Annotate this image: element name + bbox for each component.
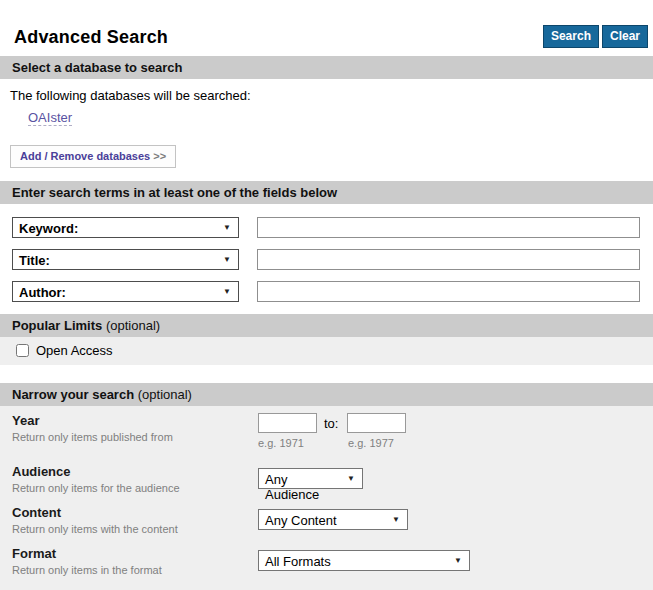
dropdown-caret-icon: ▼ — [223, 255, 231, 264]
database-section-body: The following databases will be searched… — [0, 79, 653, 181]
keyword-search-input[interactable] — [257, 217, 640, 238]
audience-row: Audience Return only items for the audie… — [12, 464, 641, 494]
year-controls: to: e.g. 1971 e.g. 1977 — [258, 413, 406, 449]
dropdown-caret-icon: ▼ — [392, 515, 400, 524]
audience-label-block: Audience Return only items for the audie… — [12, 464, 258, 494]
format-label-block: Format Return only items in the format — [12, 546, 258, 576]
dropdown-caret-icon: ▼ — [223, 223, 231, 232]
header-buttons: Search Clear — [543, 25, 648, 48]
popular-limits-optional-label: (optional) — [106, 318, 160, 333]
year-to-hint: e.g. 1977 — [348, 437, 394, 449]
author-search-input[interactable] — [257, 281, 640, 302]
search-button[interactable]: Search — [543, 25, 599, 48]
database-section-header: Select a database to search — [0, 56, 653, 79]
year-from-input[interactable] — [258, 413, 317, 433]
audience-selected-value: Any Audience — [265, 472, 319, 502]
audience-caption: Return only items for the audience — [12, 482, 258, 494]
term-row-author: Author: ▼ — [12, 281, 641, 302]
content-select[interactable]: Any Content ▼ — [258, 509, 408, 530]
terms-section-body: Keyword: ▼ Title: ▼ Author: ▼ — [0, 204, 653, 314]
content-selected-value: Any Content — [265, 513, 337, 528]
content-row: Content Return only items with the conte… — [12, 505, 641, 535]
keyword-field-select[interactable]: Keyword: ▼ — [12, 217, 239, 238]
database-link-oaister[interactable]: OAIster — [28, 110, 72, 126]
narrow-search-title: Narrow your search — [12, 387, 134, 402]
term-row-title: Title: ▼ — [12, 249, 641, 270]
content-label-block: Content Return only items with the conte… — [12, 505, 258, 535]
field-select-label: Author: — [19, 285, 66, 300]
clear-button[interactable]: Clear — [602, 25, 648, 48]
dropdown-caret-icon: ▼ — [454, 556, 462, 565]
terms-section-header: Enter search terms in at least one of th… — [0, 181, 653, 204]
author-field-select[interactable]: Author: ▼ — [12, 281, 239, 302]
dropdown-caret-icon: ▼ — [223, 287, 231, 296]
year-hints: e.g. 1971 e.g. 1977 — [258, 437, 406, 449]
year-label: Year — [12, 413, 258, 428]
content-caption: Return only items with the content — [12, 523, 258, 535]
year-row: Year Return only items published from to… — [12, 413, 641, 449]
content-label: Content — [12, 505, 258, 520]
year-caption: Return only items published from — [12, 431, 258, 443]
year-label-block: Year Return only items published from — [12, 413, 258, 449]
popular-limits-header: Popular Limits (optional) — [0, 314, 653, 337]
term-row-keyword: Keyword: ▼ — [12, 217, 641, 238]
popular-limits-body: Open Access — [0, 337, 653, 365]
database-intro-text: The following databases will be searched… — [10, 88, 641, 103]
year-to-input[interactable] — [347, 413, 406, 433]
page-title: Advanced Search — [14, 27, 168, 48]
year-to-label: to: — [324, 416, 338, 431]
format-selected-value: All Formats — [265, 554, 331, 569]
dropdown-caret-icon: ▼ — [347, 474, 355, 483]
title-field-select[interactable]: Title: ▼ — [12, 249, 239, 270]
format-label: Format — [12, 546, 258, 561]
field-select-label: Title: — [19, 253, 50, 268]
add-remove-databases-button[interactable]: Add / Remove databases>> — [10, 145, 176, 168]
open-access-checkbox[interactable] — [16, 344, 29, 357]
narrow-search-header: Narrow your search (optional) — [0, 383, 653, 406]
section-gap — [0, 365, 653, 383]
year-from-hint: e.g. 1971 — [258, 437, 348, 449]
add-remove-databases-label: Add / Remove databases — [20, 150, 150, 162]
popular-limits-title: Popular Limits — [12, 318, 102, 333]
audience-select[interactable]: Any Audience ▼ — [258, 468, 363, 489]
page-header: Advanced Search Search Clear — [0, 0, 653, 56]
format-row: Format Return only items in the format A… — [12, 546, 641, 576]
field-select-label: Keyword: — [19, 221, 78, 236]
year-inputs: to: — [258, 413, 406, 433]
narrow-search-body: Year Return only items published from to… — [0, 406, 653, 590]
narrow-search-optional-label: (optional) — [138, 387, 192, 402]
open-access-label: Open Access — [36, 343, 113, 358]
format-caption: Return only items in the format — [12, 564, 258, 576]
title-search-input[interactable] — [257, 249, 640, 270]
double-chevron-right-icon: >> — [153, 150, 166, 162]
format-select[interactable]: All Formats ▼ — [258, 550, 470, 571]
audience-label: Audience — [12, 464, 258, 479]
